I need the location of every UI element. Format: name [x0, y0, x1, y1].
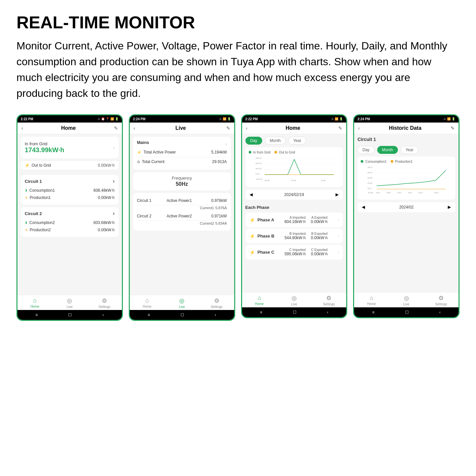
- phase-a-export: A Exported 0.00kW·h: [311, 216, 327, 224]
- consumption2-icon: ⬇: [25, 221, 28, 225]
- android-home-3[interactable]: ☐: [293, 310, 296, 315]
- phase-b-left: ⚡ Phase B: [249, 234, 274, 239]
- home-icon-2: ⌂: [145, 297, 149, 304]
- in-from-grid-value: 1743.99kW·h: [25, 146, 64, 154]
- phase-c-export-label: C Exported: [311, 248, 328, 252]
- bottom-nav-1: ⌂ Home ◎ Live ⚙ Settings: [17, 295, 122, 310]
- nav-settings-label-1: Settings: [98, 305, 110, 309]
- svg-text:02/19: 02/19: [434, 192, 439, 194]
- nav-home-3[interactable]: ⌂ Home: [242, 294, 277, 306]
- nav-settings-2[interactable]: ⚙ Settings: [199, 297, 234, 309]
- out-to-grid-value: 0.00kW·h: [98, 163, 115, 168]
- chart-date-nav-3: ◄ 2024/02/19 ►: [245, 190, 343, 200]
- date-prev-3[interactable]: ◄: [249, 192, 254, 198]
- circuit-1-current-label: Current1: [200, 206, 214, 210]
- android-menu-3[interactable]: ≡: [260, 310, 262, 315]
- svg-text:480.00: 480.00: [255, 157, 262, 159]
- nav-live-4[interactable]: ◎ Live: [389, 294, 424, 306]
- time-3: 2:22 PM: [245, 117, 258, 121]
- date-prev-4[interactable]: ◄: [361, 204, 366, 210]
- nav-live-1[interactable]: ◎ Live: [52, 297, 87, 309]
- phase-a-import: A Imported 604.16kW·h: [284, 216, 305, 224]
- svg-text:02/07: 02/07: [398, 192, 402, 194]
- edit-button-3[interactable]: ✎: [338, 126, 342, 131]
- date-next-4[interactable]: ►: [447, 204, 452, 210]
- total-power-value: 5.194kW: [211, 150, 227, 154]
- bottom-nav-3: ⌂ Home ◎ Live ⚙ Settings: [242, 292, 347, 307]
- legend-grid-label: In from Grid: [253, 151, 270, 154]
- out-to-grid-label: Out to Grid: [32, 163, 51, 168]
- phase-a-chevron: ›: [338, 218, 339, 222]
- nav-bar-2: ‹ Live ✎: [130, 123, 234, 134]
- nav-title-1: Home: [23, 125, 114, 131]
- phase-c-export-val: 0.00kW·h: [311, 252, 328, 256]
- hist-tab-month[interactable]: Month: [377, 146, 398, 154]
- nav-home-label-1: Home: [30, 305, 39, 308]
- nav-settings-1[interactable]: ⚙ Settings: [87, 297, 122, 309]
- android-menu-1[interactable]: ≡: [35, 313, 38, 317]
- hist-tab-year[interactable]: Year: [401, 146, 418, 154]
- android-back-3[interactable]: ‹: [327, 310, 328, 315]
- nav-bar-1: ‹ Home ✎: [17, 123, 122, 134]
- android-menu-4[interactable]: ≡: [372, 310, 375, 315]
- svg-text:320.00: 320.00: [255, 162, 262, 164]
- android-menu-2[interactable]: ≡: [148, 313, 150, 317]
- android-home-4[interactable]: ☐: [405, 310, 409, 315]
- nav-settings-4[interactable]: ⚙ Settings: [424, 294, 459, 306]
- nav-live-2[interactable]: ◎ Live: [164, 297, 199, 309]
- edit-button-1[interactable]: ✎: [114, 126, 118, 131]
- screen-live: 2:24 PM ⚠ 📶 🔋 ‹ Live ✎ Mains ›: [129, 114, 235, 321]
- phase-a-card[interactable]: ⚡ Phase A A Imported 604.16kW·h A Export…: [245, 212, 343, 227]
- circuit-table-power-val-2: 0.971kW: [195, 214, 227, 218]
- consumption1-value: 608.48kW·h: [94, 188, 115, 193]
- status-icons-2: ⚠ 📶 🔋: [219, 117, 231, 121]
- screens-row: 2:22 PM ⚠ ⏰ 📍 📶 🔋 ‹ Home ✎ In from G: [16, 114, 460, 321]
- wifi-icon-3: 📶: [335, 117, 338, 121]
- phase-b-export-val: 0.00kW·h: [311, 236, 328, 240]
- nav-home-4[interactable]: ⌂ Home: [354, 294, 389, 306]
- hist-tab-day[interactable]: Day: [357, 146, 374, 154]
- total-current-label: Total Current: [142, 159, 165, 164]
- circuit-2-chevron[interactable]: ›: [113, 210, 114, 216]
- android-back-1[interactable]: ‹: [102, 313, 104, 317]
- battery-icon-2: 🔋: [227, 117, 231, 121]
- android-nav-3: ≡ ☐ ‹: [242, 307, 347, 317]
- tab-year[interactable]: Year: [288, 137, 306, 145]
- live-icon-1: ◎: [67, 297, 72, 304]
- tab-day[interactable]: Day: [245, 137, 262, 145]
- status-bar-1: 2:22 PM ⚠ ⏰ 📍 📶 🔋: [17, 115, 122, 123]
- in-from-grid-card[interactable]: In from Grid 1743.99kW·h ›: [21, 137, 119, 158]
- settings-icon-4: ⚙: [438, 294, 444, 302]
- total-power-label: Total Active Power: [144, 150, 176, 154]
- production2-icon: ☀: [25, 228, 28, 232]
- svg-text:40.00: 40.00: [368, 182, 373, 184]
- phase-b-card[interactable]: ⚡ Phase B B Imported 544.80kW·h B Export…: [245, 229, 343, 243]
- date-next-3[interactable]: ►: [334, 192, 340, 198]
- circuit-1-chevron[interactable]: ›: [113, 178, 114, 184]
- chart-date-3: 2024/02/19: [284, 192, 304, 197]
- android-home-1[interactable]: ☐: [68, 313, 72, 317]
- nav-home-1[interactable]: ⌂ Home: [17, 297, 52, 309]
- nav-settings-3[interactable]: ⚙ Settings: [312, 294, 347, 306]
- nav-live-3[interactable]: ◎ Live: [277, 294, 312, 306]
- status-icons-1: ⚠ ⏰ 📍 📶 🔋: [98, 117, 119, 121]
- phase-b-chevron: ›: [338, 234, 339, 238]
- consumption2-label: Consumption2: [29, 220, 55, 225]
- phase-c-card[interactable]: ⚡ Phase C C Imported 595.06kW·h C Export…: [245, 245, 343, 260]
- svg-text:00:00: 00:00: [265, 180, 270, 182]
- total-current-row: ⊙ Total Current 29.913A: [137, 157, 227, 166]
- settings-icon-2: ⚙: [214, 297, 219, 304]
- tab-month[interactable]: Month: [265, 137, 286, 145]
- edit-button-4[interactable]: ✎: [451, 126, 455, 131]
- chart-area-4: Consumption1 Production1 100.0 80.00 60.…: [357, 156, 455, 200]
- edit-button-2[interactable]: ✎: [226, 126, 230, 131]
- status-icons-4: ⚠ 📶 🔋: [443, 117, 455, 121]
- android-home-2[interactable]: ☐: [181, 313, 184, 317]
- android-back-2[interactable]: ‹: [215, 313, 216, 317]
- nav-home-2[interactable]: ⌂ Home: [130, 297, 165, 309]
- production2-row: ☀ Production2 0.00kW·h: [25, 226, 115, 234]
- android-back-4[interactable]: ‹: [439, 310, 441, 315]
- mains-title: Mains: [137, 140, 149, 145]
- home-content: In from Grid 1743.99kW·h › ⚡ Out to Grid…: [17, 137, 122, 295]
- frequency-value: 50Hz: [137, 181, 227, 187]
